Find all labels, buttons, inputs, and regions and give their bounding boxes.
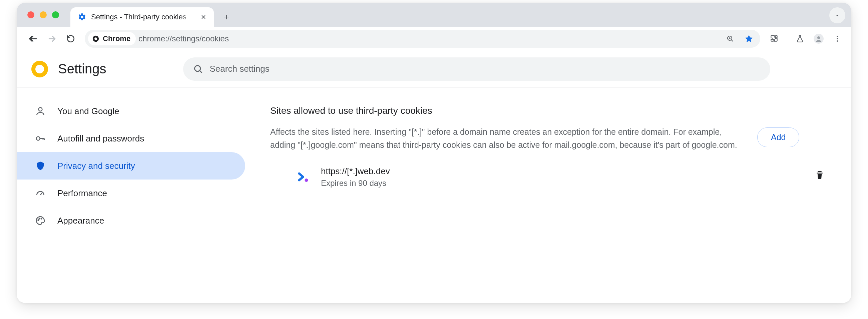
site-chip-label: Chrome	[103, 34, 130, 43]
section-description: Affects the sites listed here. Inserting…	[270, 125, 744, 151]
back-nav-button[interactable]	[25, 31, 41, 47]
extensions-icon[interactable]	[766, 31, 782, 47]
search-settings-field[interactable]	[183, 57, 770, 81]
sidebar-item-label: Privacy and security	[57, 161, 135, 171]
speedometer-icon	[35, 187, 46, 199]
browser-tab[interactable]: Settings - Third-party cookies	[70, 7, 214, 27]
settings-header: Settings	[17, 51, 851, 87]
person-icon	[35, 106, 46, 117]
address-bar[interactable]: Chrome chrome://settings/cookies	[85, 30, 760, 48]
tab-search-button[interactable]	[829, 7, 845, 23]
svg-point-6	[837, 38, 838, 39]
sidebar-item-label: Autofill and passwords	[57, 134, 144, 144]
allowed-site-row: https://[*.]web.dev Expires in 90 days	[270, 166, 831, 188]
sidebar-item-autofill[interactable]: Autofill and passwords	[17, 125, 245, 152]
svg-point-8	[194, 65, 200, 71]
menu-icon[interactable]	[829, 31, 845, 47]
site-chip[interactable]: Chrome	[88, 32, 136, 46]
zoom-icon[interactable]	[723, 32, 737, 46]
svg-point-9	[39, 108, 42, 111]
sidebar-item-label: Performance	[57, 188, 107, 199]
sidebar-item-label: Appearance	[57, 215, 104, 226]
section-title: Sites allowed to use third-party cookies	[270, 106, 831, 116]
close-tab-icon[interactable]	[199, 13, 208, 21]
sidebar-item-privacy-security[interactable]: Privacy and security	[17, 152, 245, 179]
sidebar-item-you-and-google[interactable]: You and Google	[17, 97, 245, 125]
new-tab-button[interactable]	[218, 9, 235, 25]
settings-content: Sites allowed to use third-party cookies…	[250, 87, 851, 303]
chrome-icon	[92, 35, 99, 42]
svg-point-10	[36, 137, 40, 141]
sidebar-item-label: You and Google	[57, 106, 119, 116]
url-text: chrome://settings/cookies	[138, 34, 721, 44]
svg-point-1	[94, 37, 97, 40]
sidebar-item-performance[interactable]: Performance	[17, 179, 245, 207]
browser-window: Settings - Third-party cookies	[17, 3, 851, 303]
search-settings-input[interactable]	[210, 64, 760, 74]
window-controls	[21, 3, 70, 27]
chrome-logo-icon	[31, 61, 48, 78]
page-title: Settings	[58, 61, 106, 77]
minimize-window-button[interactable]	[40, 11, 47, 18]
tab-strip: Settings - Third-party cookies	[17, 3, 851, 27]
profile-avatar-icon[interactable]	[811, 31, 827, 47]
add-button[interactable]: Add	[757, 127, 799, 147]
site-url: https://[*.]web.dev	[321, 166, 805, 176]
svg-point-11	[38, 220, 39, 221]
toolbar: Chrome chrome://settings/cookies	[17, 27, 851, 51]
bookmark-star-icon[interactable]	[742, 32, 755, 46]
svg-point-13	[41, 218, 42, 219]
delete-icon[interactable]	[815, 170, 828, 183]
sidebar-item-appearance[interactable]: Appearance	[17, 207, 245, 234]
key-icon	[35, 133, 46, 144]
svg-point-14	[305, 178, 308, 182]
settings-sidebar: You and Google Autofill and passwords Pr…	[17, 87, 250, 303]
svg-point-7	[837, 40, 838, 42]
gear-icon	[78, 13, 86, 21]
maximize-window-button[interactable]	[52, 11, 59, 18]
shield-icon	[35, 160, 46, 172]
site-expiry: Expires in 90 days	[321, 178, 805, 188]
svg-point-12	[39, 218, 40, 219]
svg-point-5	[837, 36, 838, 37]
palette-icon	[35, 215, 46, 226]
close-window-button[interactable]	[27, 11, 34, 18]
reload-button[interactable]	[63, 31, 79, 47]
search-icon	[193, 64, 203, 74]
settings-body: You and Google Autofill and passwords Pr…	[17, 87, 851, 303]
svg-point-4	[817, 36, 820, 39]
tab-title: Settings - Third-party cookies	[91, 13, 194, 21]
labs-icon[interactable]	[792, 31, 808, 47]
forward-nav-button[interactable]	[44, 31, 60, 47]
toolbar-separator	[787, 33, 787, 44]
site-favicon-icon	[296, 170, 311, 184]
